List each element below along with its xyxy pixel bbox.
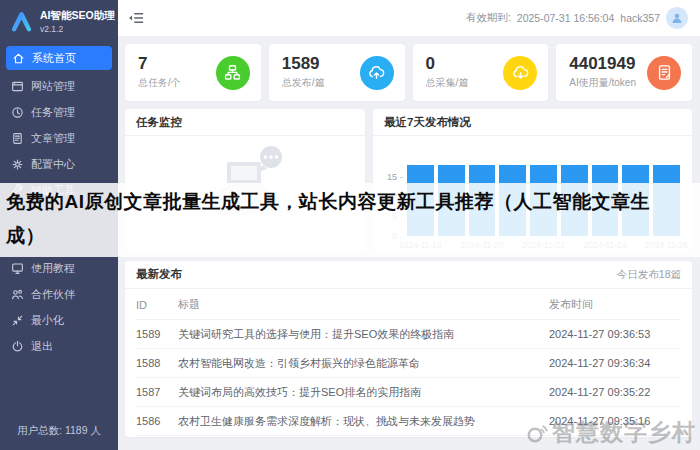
- stat-label: AI使用量/token: [569, 76, 636, 90]
- table-column-header: 发布时间: [549, 289, 681, 320]
- table-row[interactable]: 1587关键词布局的高效技巧：提升SEO排名的实用指南2024-11-27 09…: [136, 378, 681, 407]
- stat-label: 总任务/个: [138, 76, 181, 90]
- gear-icon: [11, 158, 24, 171]
- stat-card-3: 4401949AI使用量/token: [556, 44, 692, 101]
- expiry-label: 有效期到:: [466, 11, 511, 25]
- latest-publish-table: ID标题发布时间 1589关键词研究工具的选择与使用：提升SEO效果的终极指南2…: [125, 289, 692, 437]
- sidebar-item-label: 任务管理: [31, 105, 75, 120]
- app-logo-icon: [9, 10, 34, 33]
- today-publish-count: 今日发布18篇: [617, 268, 681, 282]
- sidebar-item-website[interactable]: 网站管理: [0, 73, 118, 99]
- promo-overlay-text: 免费的AI原创文章批量生成工具，站长内容更新工具推荐（人工智能文章生成）: [6, 185, 682, 253]
- logout-icon: [11, 340, 24, 353]
- sidebar-item-label: 使用教程: [31, 261, 75, 276]
- stat-value: 1589: [282, 55, 325, 74]
- stat-value: 4401949: [569, 55, 636, 74]
- username: hack357: [620, 12, 660, 24]
- stat-value: 7: [138, 55, 181, 74]
- collapse-menu-icon[interactable]: [128, 11, 144, 25]
- latest-publish-panel: 最新发布 今日发布18篇 ID标题发布时间 1589关键词研究工具的选择与使用：…: [125, 261, 692, 437]
- publish-chart-title: 最近7天发布情况: [373, 109, 692, 136]
- app-title: AI智能SEO助理: [40, 9, 115, 23]
- cloud-download-icon: [503, 56, 537, 90]
- cell-time: 2024-11-27 09:36:34: [549, 349, 681, 378]
- cell-time: 2024-11-27 09:35:22: [549, 378, 681, 407]
- sidebar-item-label: 退出: [31, 339, 53, 354]
- cell-title: 关键词布局的高效技巧：提升SEO排名的实用指南: [178, 378, 549, 407]
- expiry-value: 2025-07-31 16:56:04: [517, 12, 615, 24]
- sitemap-icon: [216, 56, 250, 90]
- sidebar-item-label: 网站管理: [31, 79, 75, 94]
- article-icon: [11, 132, 24, 145]
- latest-publish-title: 最新发布: [136, 267, 182, 282]
- tutorial-icon: [11, 262, 24, 275]
- sidebar-item-home[interactable]: 系统首页: [6, 46, 112, 70]
- sidebar-item-label: 系统首页: [32, 51, 76, 66]
- website-icon: [11, 80, 24, 93]
- table-row[interactable]: 1588农村智能电网改造：引领乡村振兴的绿色能源革命2024-11-27 09:…: [136, 349, 681, 378]
- table-column-header: ID: [136, 289, 178, 320]
- sidebar-item-task[interactable]: 任务管理: [0, 99, 118, 125]
- clock-icon: [11, 106, 24, 119]
- cell-title: 关键词研究工具的选择与使用：提升SEO效果的终极指南: [178, 320, 549, 349]
- stat-cards: 7总任务/个1589总发布/篇0总采集/篇4401949AI使用量/token: [125, 44, 692, 101]
- stat-label: 总发布/篇: [282, 76, 325, 90]
- sidebar-item-partner[interactable]: 合作伙伴: [0, 281, 118, 307]
- cell-title: 农村卫生健康服务需求深度解析：现状、挑战与未来发展趋势: [178, 407, 549, 436]
- cloud-upload-icon: [360, 56, 394, 90]
- sidebar-item-label: 文章管理: [31, 131, 75, 146]
- sidebar-item-label: 合作伙伴: [31, 287, 75, 302]
- app-logo-area: AI智能SEO助理 v2.1.2: [0, 0, 118, 40]
- app-version: v2.1.2: [40, 24, 115, 34]
- document-icon: [647, 56, 681, 90]
- user-avatar[interactable]: [666, 7, 688, 29]
- stat-card-2: 0总采集/篇: [413, 44, 549, 101]
- cell-title: 内容规划的系统化步骤：打造高效SEO策略的关键路径: [178, 436, 549, 438]
- stat-label: 总采集/篇: [426, 76, 469, 90]
- partner-icon: [11, 288, 24, 301]
- person-icon: [671, 12, 683, 24]
- stat-value: 0: [426, 55, 469, 74]
- cell-id: 1586: [136, 407, 178, 436]
- cell-id: 1587: [136, 378, 178, 407]
- sidebar-item-tutorial[interactable]: 使用教程: [0, 255, 118, 281]
- user-total-count: 用户总数: 1189 人: [0, 424, 118, 450]
- cell-title: 农村智能电网改造：引领乡村振兴的绿色能源革命: [178, 349, 549, 378]
- cell-time: 2024-11-27 09:35:16: [549, 407, 681, 436]
- sidebar-item-article[interactable]: 文章管理: [0, 125, 118, 151]
- table-row[interactable]: 1585内容规划的系统化步骤：打造高效SEO策略的关键路径2024-11-27 …: [136, 436, 681, 438]
- sidebar-item-label: 最小化: [31, 313, 64, 328]
- sidebar-item-config[interactable]: 配置中心: [0, 151, 118, 177]
- home-icon: [12, 52, 25, 65]
- task-monitor-title: 任务监控: [125, 109, 365, 136]
- sidebar-item-logout[interactable]: 退出: [0, 333, 118, 359]
- table-row[interactable]: 1586农村卫生健康服务需求深度解析：现状、挑战与未来发展趋势2024-11-2…: [136, 407, 681, 436]
- topbar: 有效期到: 2025-07-31 16:56:04 hack357: [118, 0, 700, 36]
- cell-id: 1589: [136, 320, 178, 349]
- stat-card-0: 7总任务/个: [125, 44, 261, 101]
- promo-overlay-banner: 免费的AI原创文章批量生成工具，站长内容更新工具推荐（人工智能文章生成）: [0, 183, 700, 257]
- sidebar-item-label: 配置中心: [31, 157, 75, 172]
- cell-time: 2024-11-27 09:36:53: [549, 320, 681, 349]
- minimize-icon: [11, 314, 24, 327]
- cell-time: 2024-11-27 09:35:13: [549, 436, 681, 438]
- stat-card-1: 1589总发布/篇: [269, 44, 405, 101]
- cell-id: 1588: [136, 349, 178, 378]
- sidebar-item-minimize[interactable]: 最小化: [0, 307, 118, 333]
- table-row[interactable]: 1589关键词研究工具的选择与使用：提升SEO效果的终极指南2024-11-27…: [136, 320, 681, 349]
- topbar-right: 有效期到: 2025-07-31 16:56:04 hack357: [466, 7, 688, 29]
- y-tick-label: 15: [387, 172, 403, 182]
- cell-id: 1585: [136, 436, 178, 438]
- table-column-header: 标题: [178, 289, 549, 320]
